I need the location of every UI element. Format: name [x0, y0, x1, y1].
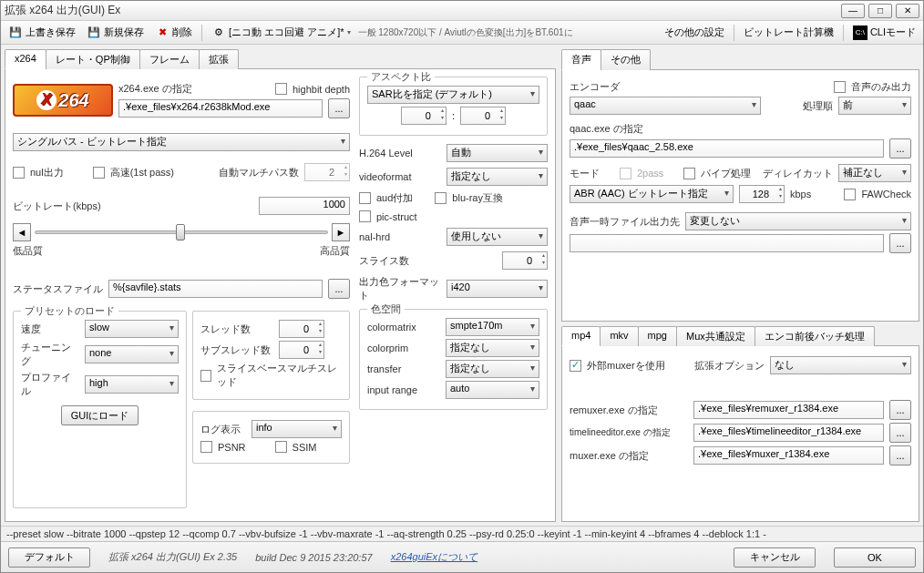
tab-frame[interactable]: フレーム	[139, 49, 200, 69]
tleditor-browse-button[interactable]: ...	[889, 423, 911, 443]
status-file-input[interactable]: %{savfile}.stats	[108, 280, 323, 298]
colorprim-select[interactable]: 指定なし	[446, 339, 539, 357]
audio-only-checkbox[interactable]	[834, 81, 846, 93]
tab-mux-common[interactable]: Mux共通設定	[676, 326, 755, 346]
outfmt-select[interactable]: i420	[447, 280, 548, 298]
maximize-button[interactable]: □	[868, 4, 892, 18]
audio-exe-input[interactable]: .¥exe_files¥qaac_2.58.exe	[570, 139, 884, 158]
command-line: --preset slow --bitrate 1000 --qpstep 12…	[1, 526, 923, 541]
tab-x264[interactable]: x264	[5, 49, 46, 69]
sar-y-spin[interactable]: 0	[460, 107, 506, 125]
threads-spin[interactable]: 0	[279, 320, 324, 338]
tempfile-path-input[interactable]	[570, 234, 884, 252]
log-select[interactable]: info	[252, 420, 342, 438]
overwrite-save-button[interactable]: 💾 上書き保存	[5, 24, 79, 42]
x264-exe-label: x264.exe の指定	[118, 82, 192, 96]
x264-exe-browse-button[interactable]: ...	[328, 98, 350, 118]
auto-multipass-spin[interactable]: 2	[304, 163, 350, 181]
encoder-select[interactable]: qaac	[570, 97, 761, 115]
other-settings-button[interactable]: その他の設定	[661, 24, 728, 41]
main-tabs: x264 レート・QP制御 フレーム 拡張	[5, 48, 556, 69]
new-save-button[interactable]: 💾 新規保存	[83, 24, 148, 42]
ext-opt-select[interactable]: なし	[770, 356, 911, 374]
bluray-checkbox[interactable]	[435, 192, 447, 204]
remuxer-browse-button[interactable]: ...	[889, 400, 911, 420]
aspect-mode-select[interactable]: SAR比を指定 (デフォルト)	[367, 86, 539, 104]
x264-logo: X264	[13, 84, 113, 117]
delete-button[interactable]: ✖ 削除	[151, 24, 196, 42]
inputrange-select[interactable]: auto	[446, 381, 539, 399]
pipe-checkbox[interactable]	[683, 168, 695, 179]
close-button[interactable]: ✕	[896, 4, 919, 18]
delete-icon: ✖	[155, 26, 169, 40]
save-new-icon: 💾	[87, 26, 101, 40]
h264level-select[interactable]: 自動	[447, 144, 548, 162]
psnr-checkbox[interactable]	[200, 441, 212, 453]
tab-audio[interactable]: 音声	[561, 49, 601, 70]
highbit-checkbox[interactable]	[275, 83, 287, 95]
cancel-button[interactable]: キャンセル	[734, 547, 816, 568]
titlebar: 拡張 x264 出力(GUI) Ex — □ ✕	[1, 1, 923, 21]
slice-multi-checkbox[interactable]	[200, 370, 211, 382]
tab-audio-other[interactable]: その他	[601, 49, 651, 70]
bitrate-calc-button[interactable]: ビットレート計算機	[740, 24, 837, 41]
subthreads-spin[interactable]: 0	[279, 341, 324, 359]
muxer-input[interactable]: .¥exe_files¥muxer_r1384.exe	[693, 446, 884, 465]
remuxer-input[interactable]: .¥exe_files¥remuxer_r1384.exe	[693, 401, 884, 419]
status-file-browse-button[interactable]: ...	[328, 279, 350, 299]
profile-select[interactable]: high	[85, 375, 179, 394]
twopass-checkbox	[620, 168, 631, 179]
speed-select[interactable]: slow	[85, 320, 179, 338]
quality-slider[interactable]: ◄ ►	[13, 223, 350, 241]
tab-extended[interactable]: 拡張	[199, 49, 239, 69]
minimize-button[interactable]: —	[841, 4, 865, 18]
audio-exe-browse-button[interactable]: ...	[889, 138, 911, 159]
fast1st-checkbox[interactable]	[93, 167, 105, 179]
toolbar: 💾 上書き保存 💾 新規保存 ✖ 削除 ⚙ [ニコ動 エコ回避 アニメ]* ▾ …	[1, 21, 923, 45]
slider-left-button[interactable]: ◄	[13, 223, 31, 241]
gear-icon: ⚙	[211, 26, 226, 40]
fawcheck-checkbox[interactable]	[844, 189, 856, 200]
x264-page: X264 x264.exe の指定 highbit depth .¥exe_fi…	[5, 69, 556, 522]
profile-select[interactable]: ⚙ [ニコ動 エコ回避 アニメ]* ▾	[208, 24, 354, 42]
transfer-select[interactable]: 指定なし	[446, 360, 539, 378]
tuning-select[interactable]: none	[85, 345, 179, 363]
x264-exe-input[interactable]: .¥exe_files¥x264.r2638kMod.exe	[118, 99, 323, 118]
delaycut-select[interactable]: 補正なし	[838, 164, 911, 182]
muxer-browse-button[interactable]: ...	[889, 445, 911, 466]
tab-batch[interactable]: エンコ前後バッチ処理	[755, 326, 875, 346]
rc-mode-select[interactable]: シングルパス - ビットレート指定	[13, 133, 350, 151]
cli-mode-button[interactable]: C:\ CLIモード	[849, 24, 919, 42]
bitrate-input[interactable]: 1000	[259, 197, 350, 215]
order-select[interactable]: 前	[838, 97, 911, 115]
about-link[interactable]: x264guiExについて	[391, 550, 477, 564]
default-button[interactable]: デフォルト	[8, 547, 90, 568]
slider-right-button[interactable]: ►	[332, 223, 350, 241]
tleditor-input[interactable]: .¥exe_files¥timelineeditor_r1384.exe	[693, 424, 884, 442]
gui-load-button[interactable]: GUIにロード	[61, 405, 139, 425]
ok-button[interactable]: OK	[834, 547, 916, 568]
audio-bitrate-spin[interactable]: 128	[739, 185, 785, 203]
tempfile-select[interactable]: 変更しない	[685, 212, 911, 230]
slice-spin[interactable]: 0	[502, 251, 548, 270]
tab-mp4[interactable]: mp4	[561, 326, 601, 346]
videoformat-select[interactable]: 指定なし	[447, 168, 548, 186]
window-title: 拡張 x264 出力(GUI) Ex	[5, 3, 841, 18]
tab-mkv[interactable]: mkv	[600, 326, 638, 346]
colormatrix-select[interactable]: smpte170m	[446, 318, 539, 336]
nalhrd-select[interactable]: 使用しない	[447, 228, 548, 246]
tempfile-browse-button[interactable]: ...	[889, 233, 911, 253]
terminal-icon: C:\	[853, 26, 868, 40]
slider-thumb[interactable]	[176, 224, 185, 240]
tab-rate-qp[interactable]: レート・QP制御	[46, 49, 140, 69]
nul-checkbox[interactable]	[13, 167, 25, 179]
tab-mpg[interactable]: mpg	[638, 326, 677, 346]
picstruct-checkbox[interactable]	[359, 210, 371, 222]
use-ext-muxer-checkbox[interactable]	[570, 360, 581, 372]
version-label: 拡張 x264 出力(GUI) Ex 2.35	[108, 550, 237, 564]
audio-mode-select[interactable]: ABR (AAC) ビットレート指定	[570, 185, 734, 203]
save-icon: 💾	[8, 26, 23, 40]
aud-checkbox[interactable]	[359, 192, 371, 204]
sar-x-spin[interactable]: 0	[401, 107, 447, 125]
ssim-checkbox[interactable]	[275, 441, 287, 453]
